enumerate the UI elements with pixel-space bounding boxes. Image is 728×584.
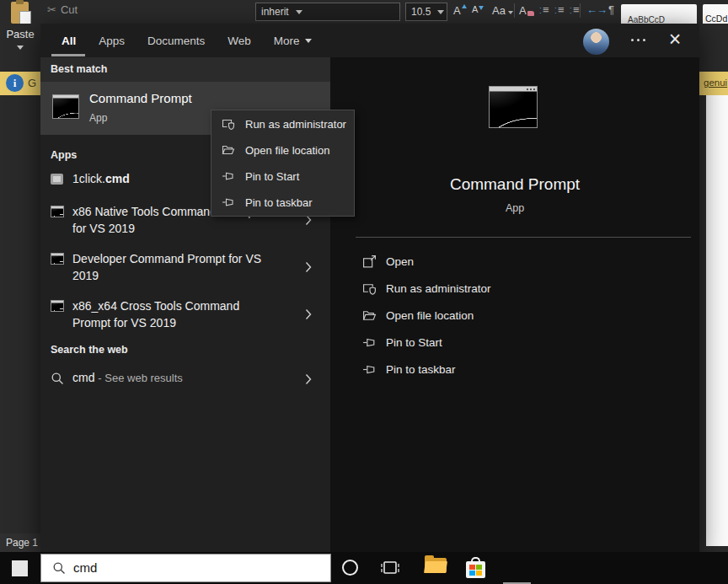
pilcrow-icon: ¶ bbox=[608, 3, 614, 16]
document-page-edge bbox=[706, 95, 728, 546]
task-view-icon[interactable] bbox=[380, 560, 400, 576]
clear-format-glyph: A bbox=[519, 4, 527, 17]
action-open-file-location[interactable]: Open file location bbox=[330, 303, 699, 330]
search-icon bbox=[52, 561, 66, 575]
action-label: Run as administrator bbox=[386, 282, 491, 295]
file-explorer-icon[interactable] bbox=[425, 556, 447, 576]
search-input-value: cmd bbox=[73, 560, 97, 575]
activation-notice-bar: i G bbox=[0, 72, 40, 95]
result-developer-command-prompt[interactable]: Developer Command Prompt for VS 2019 bbox=[40, 244, 330, 292]
action-label: Open file location bbox=[386, 309, 474, 322]
shrink-font-glyph: A bbox=[472, 4, 478, 14]
shield-icon bbox=[362, 281, 377, 296]
context-item-label: Pin to Start bbox=[245, 170, 299, 183]
result-web-search[interactable]: cmd - See web results bbox=[40, 362, 330, 394]
dropdown-arrow-icon bbox=[437, 10, 444, 14]
search-header: All Apps Documents Web More × bbox=[40, 24, 699, 57]
chevron-right-icon[interactable] bbox=[305, 308, 312, 320]
result-label: 1click.cmd bbox=[72, 172, 130, 185]
action-pin-to-start[interactable]: Pin to Start bbox=[330, 330, 699, 356]
context-pin-to-start[interactable]: Pin to Start bbox=[211, 163, 354, 189]
multilevel-list-icon: ≡ bbox=[573, 3, 580, 16]
context-run-as-administrator[interactable]: Run as administrator bbox=[211, 111, 354, 137]
action-label: Pin to Start bbox=[386, 336, 442, 349]
more-options-icon[interactable] bbox=[631, 39, 645, 41]
microsoft-store-icon[interactable] bbox=[465, 556, 486, 580]
action-label: Open bbox=[386, 255, 414, 268]
best-match-section-header: Best match bbox=[40, 57, 330, 82]
context-pin-to-taskbar[interactable]: Pin to taskbar bbox=[211, 190, 354, 215]
result-label: cmd - See web results bbox=[72, 371, 183, 384]
preview-divider bbox=[356, 237, 691, 238]
search-icon bbox=[51, 372, 64, 385]
numbered-list-button[interactable]: ⁚≡ bbox=[554, 3, 564, 16]
result-label: Developer Command Prompt for VS 2019 bbox=[72, 250, 275, 284]
web-section-header: Search the web bbox=[51, 344, 128, 356]
clear-formatting-button[interactable]: A bbox=[519, 3, 534, 21]
command-prompt-icon-large bbox=[489, 86, 538, 128]
user-avatar[interactable] bbox=[583, 29, 609, 55]
tab-documents[interactable]: Documents bbox=[147, 35, 205, 47]
word-left-edge: Paste i G Page 1 o bbox=[0, 24, 40, 552]
multilevel-list-button[interactable]: ⁚≡ bbox=[570, 3, 579, 16]
style-preview-text: CcDd bbox=[705, 13, 727, 24]
grow-font-glyph: A bbox=[453, 4, 461, 17]
active-tab-underline bbox=[51, 54, 85, 56]
shrink-font-button[interactable]: A bbox=[472, 3, 484, 21]
pin-icon bbox=[222, 169, 235, 183]
result-label: x86_x64 Cross Tools Command Prompt for V… bbox=[72, 297, 275, 331]
start-search-window: All Apps Documents Web More × Best match… bbox=[40, 24, 699, 552]
action-pin-to-taskbar[interactable]: Pin to taskbar bbox=[330, 356, 699, 383]
cortana-icon[interactable] bbox=[342, 560, 358, 576]
eraser-icon bbox=[527, 11, 534, 16]
context-open-file-location[interactable]: Open file location bbox=[211, 137, 354, 163]
paste-icon[interactable] bbox=[11, 2, 29, 24]
tab-all[interactable]: All bbox=[62, 35, 76, 47]
chevron-right-icon[interactable] bbox=[305, 261, 312, 273]
grow-font-button[interactable]: A bbox=[453, 3, 467, 21]
folder-icon bbox=[222, 143, 235, 157]
result-x86-x64-cross-tools[interactable]: x86_x64 Cross Tools Command Prompt for V… bbox=[40, 292, 330, 339]
word-toolbar: ✂Cut inherit 10.5 A A Aa A ⁚≡ ⁚≡ ⁚≡ ← → … bbox=[0, 0, 728, 24]
tab-apps[interactable]: Apps bbox=[99, 35, 125, 47]
tab-more[interactable]: More bbox=[274, 35, 312, 47]
context-item-label: Open file location bbox=[245, 144, 329, 157]
shield-icon bbox=[222, 117, 235, 131]
change-case-glyph: Aa bbox=[492, 4, 506, 17]
activation-notice-bar: genui bbox=[699, 72, 728, 95]
change-case-button[interactable]: Aa bbox=[492, 3, 513, 21]
increase-indent-button[interactable]: → bbox=[597, 3, 608, 16]
chevron-down-icon bbox=[305, 39, 312, 43]
down-triangle-icon bbox=[479, 6, 484, 10]
font-size-combobox[interactable]: 10.5 bbox=[405, 3, 447, 21]
status-bar-page-indicator: Page 1 o bbox=[0, 533, 40, 552]
action-open[interactable]: Open bbox=[330, 249, 699, 276]
word-right-edge: genui bbox=[699, 24, 728, 552]
up-triangle-icon bbox=[462, 4, 467, 8]
web-query: cmd bbox=[72, 371, 94, 384]
best-match-subtitle: App bbox=[89, 112, 107, 124]
paste-dropdown-icon[interactable] bbox=[17, 46, 24, 50]
font-name-value: inherit bbox=[261, 6, 289, 18]
notice-link[interactable]: genui bbox=[704, 78, 727, 88]
toolbar-divider bbox=[514, 3, 515, 18]
preview-subtitle: App bbox=[330, 202, 699, 214]
tab-more-label: More bbox=[274, 35, 300, 47]
context-menu: Run as administrator Open file location … bbox=[211, 110, 355, 217]
cut-button[interactable]: ✂Cut bbox=[47, 3, 78, 16]
chevron-right-icon[interactable] bbox=[305, 373, 312, 385]
close-icon[interactable]: × bbox=[664, 27, 686, 52]
action-run-as-administrator[interactable]: Run as administrator bbox=[330, 276, 699, 303]
scissors-icon: ✂ bbox=[47, 3, 56, 16]
font-name-combobox[interactable]: inherit bbox=[255, 3, 400, 21]
numbered-list-icon: ≡ bbox=[558, 3, 565, 16]
start-button[interactable] bbox=[12, 560, 28, 576]
cut-label: Cut bbox=[61, 3, 78, 16]
tab-web[interactable]: Web bbox=[228, 35, 251, 47]
bullet-list-button[interactable]: ⁚≡ bbox=[539, 3, 549, 16]
taskbar-search-box[interactable]: cmd bbox=[40, 554, 331, 582]
paste-button[interactable]: Paste bbox=[0, 28, 40, 40]
command-prompt-icon bbox=[51, 300, 64, 312]
web-suffix: - See web results bbox=[98, 372, 182, 384]
pilcrow-button[interactable]: ¶ bbox=[608, 3, 614, 16]
